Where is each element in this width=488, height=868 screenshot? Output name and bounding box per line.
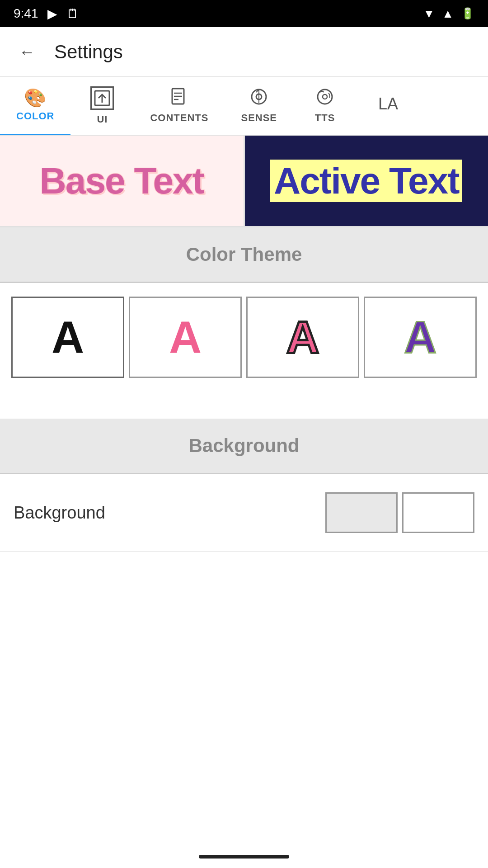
theme-option-plain[interactable]: A <box>11 297 124 378</box>
theme-option-pink[interactable]: A <box>129 297 242 378</box>
theme-option-stroke[interactable]: A <box>246 297 359 378</box>
base-text-preview[interactable]: Base Text <box>0 136 245 226</box>
signal-icon: ▲ <box>442 7 454 21</box>
color-theme-title: Color Theme <box>186 244 302 265</box>
svg-point-10 <box>323 94 327 99</box>
color-tab-icon: 🎨 <box>24 89 47 107</box>
status-bar: 9:41 ▶ 🗒 ▼ ▲ 🔋 <box>0 0 488 27</box>
contents-tab-label: CONTENTS <box>150 112 208 124</box>
theme-pink-icon: A <box>169 311 202 363</box>
time-display: 9:41 <box>14 6 38 21</box>
tab-color[interactable]: 🎨 COLOR <box>0 77 70 136</box>
clipboard-icon: 🗒 <box>66 6 79 21</box>
base-text-label: Base Text <box>40 160 204 202</box>
theme-purple-icon: A <box>404 311 436 363</box>
play-icon: ▶ <box>47 6 57 21</box>
back-button[interactable]: ← <box>14 38 41 66</box>
tts-tab-label: TTS <box>315 112 335 124</box>
active-text-label: Active Text <box>270 160 462 202</box>
ui-tab-label: UI <box>97 113 108 125</box>
battery-icon: 🔋 <box>461 7 474 20</box>
status-bar-right: ▼ ▲ 🔋 <box>423 7 474 21</box>
tts-tab-icon <box>316 88 334 108</box>
color-theme-section-header: Color Theme <box>0 227 488 282</box>
tab-bar: 🎨 COLOR UI CONTENTS SENSE TTS LA <box>0 77 488 136</box>
status-bar-left: 9:41 ▶ 🗒 <box>14 6 79 21</box>
sense-tab-icon <box>250 88 268 108</box>
tab-tts[interactable]: TTS <box>293 77 357 135</box>
page-title: Settings <box>54 41 123 63</box>
spacer-1 <box>0 392 488 419</box>
app-bar: ← Settings <box>0 27 488 77</box>
background-label: Background <box>14 503 105 523</box>
sense-tab-label: SENSE <box>241 112 277 124</box>
tab-contents[interactable]: CONTENTS <box>134 77 225 135</box>
theme-stroke-icon: A <box>286 311 319 363</box>
color-tab-label: COLOR <box>16 110 54 122</box>
home-indicator <box>199 855 289 859</box>
tab-sense[interactable]: SENSE <box>225 77 293 135</box>
background-swatches <box>325 492 474 533</box>
theme-plain-icon: A <box>52 311 84 363</box>
active-text-preview[interactable]: Active Text <box>245 136 488 226</box>
contents-tab-icon <box>170 88 188 108</box>
ui-tab-icon <box>90 86 114 110</box>
background-section-header: Background <box>0 419 488 473</box>
preview-area: Base Text Active Text <box>0 136 488 227</box>
la-tab-icon: LA <box>378 96 398 112</box>
tab-la[interactable]: LA <box>357 77 420 135</box>
bg-swatch-white[interactable] <box>402 492 474 533</box>
theme-option-purple[interactable]: A <box>364 297 477 378</box>
background-title: Background <box>188 435 299 457</box>
back-icon: ← <box>19 42 35 61</box>
wifi-icon: ▼ <box>423 7 435 21</box>
background-row: Background <box>0 474 488 552</box>
tab-ui[interactable]: UI <box>70 77 134 135</box>
bg-swatch-gray[interactable] <box>325 492 398 533</box>
bottom-bar <box>0 845 488 868</box>
theme-options-container: A A A A <box>0 283 488 392</box>
